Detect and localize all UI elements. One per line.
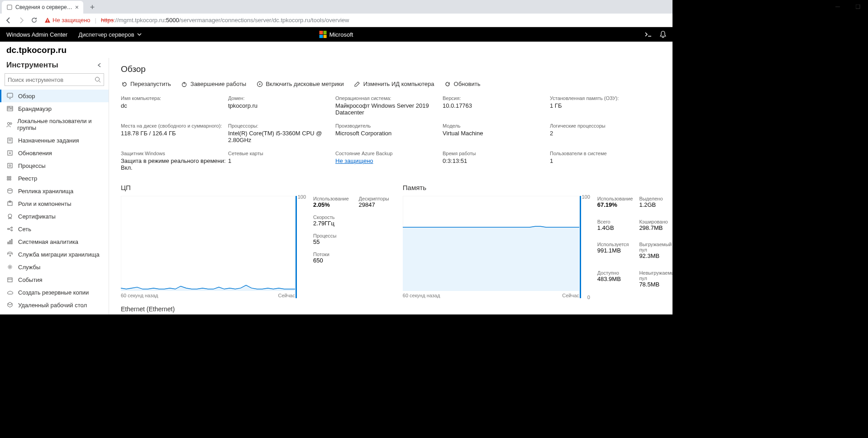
sidebar-item-firewall[interactable]: Брандмауэр [0,102,109,115]
disk-icon [256,81,263,87]
sidebar-item-backup[interactable]: Создать резервные копии [0,286,109,299]
sidebar-item-label: Системная аналитика [18,238,78,245]
property-item: Сетевые карты1 [228,151,334,171]
sidebar-item-users[interactable]: Локальные пользователи и группы [0,115,109,134]
collapse-icon[interactable] [97,62,102,68]
events-icon [6,276,14,283]
enable-disk-button[interactable]: Включить дисковые метрики [256,81,344,87]
property-item: Состояние Azure BackupНе защищено [335,151,442,171]
power-icon [181,81,188,87]
sidebar-item-tasks[interactable]: Назначенные задания [0,134,109,147]
page-title: Обзор [121,64,661,74]
url-text[interactable]: https://mgmt.tpkocorp.ru:5000/servermana… [101,17,349,24]
insights-icon [6,238,14,245]
refresh-button[interactable]: Обновить [444,81,481,87]
edit-id-button[interactable]: Изменить ИД компьютера [354,81,434,87]
nav-back-icon[interactable] [4,15,14,25]
security-warning[interactable]: Не защищено [44,17,91,24]
browser-tab[interactable]: Сведения о сервере - Обзор - … × [2,1,83,14]
sidebar-item-rdp[interactable]: Удаленный рабочий стол [0,299,109,311]
svg-rect-37 [11,239,12,244]
property-item: ПроизводительMicrosoft Corporation [335,123,442,143]
rdp-icon [6,301,14,309]
property-item: Защитник WindowsЗащита в режиме реальног… [121,151,227,171]
wac-top-bar: Windows Admin Center Диспетчер серверов … [0,27,672,42]
microsoft-logo: Microsoft [320,31,353,38]
sidebar-item-label: Создать резервные копии [18,289,89,296]
services-icon [6,263,14,271]
browser-tab-bar: Сведения о сервере - Обзор - … × + [0,0,672,14]
sidebar-item-events[interactable]: События [0,273,109,286]
nav-reload-icon[interactable] [29,15,39,25]
sidebar-item-overview[interactable]: Обзор [0,90,109,102]
sidebar-item-label: Реплика хранилища [18,188,73,195]
svg-point-39 [9,266,11,268]
shutdown-button[interactable]: Завершение работы [181,81,246,87]
refresh-icon [444,81,451,87]
svg-point-26 [8,189,12,190]
sidebar-item-updates[interactable]: Обновления [0,147,109,159]
svg-line-34 [9,229,11,230]
cpu-title: ЦП [121,184,389,191]
cpu-block: ЦП 100 60 секунд назад Сейчас [121,184,389,298]
property-item: Операционная система:Майкрософт Windows … [335,95,442,116]
sidebar-item-label: Служба миграции хранилища [18,251,100,258]
sidebar-item-label: Сеть [18,226,31,233]
sidebar-item-processes[interactable]: Процессы [0,159,109,172]
new-tab-button[interactable]: + [86,1,99,14]
svg-rect-9 [7,106,13,111]
cloud-shell-icon[interactable] [644,31,653,38]
nav-forward-icon[interactable] [16,15,26,25]
url-bar: Не защищено | https://mgmt.tpkocorp.ru:5… [0,14,672,27]
svg-point-32 [11,230,13,231]
sidebar-item-network[interactable]: Сеть [0,223,109,235]
content: Обзор Перезапустить Завершение работы Вк… [109,58,672,314]
security-label: Не защищено [52,17,91,24]
storage-replica-icon [6,187,14,195]
wac-breadcrumb[interactable]: Диспетчер серверов [78,31,142,38]
sidebar-item-services[interactable]: Службы [0,261,109,273]
sidebar-item-storage-replica[interactable]: Реплика хранилища [0,185,109,197]
sidebar-item-label: Роли и компоненты [18,200,72,207]
svg-rect-23 [7,179,9,180]
sidebar-item-migration[interactable]: Служба миграции хранилища [0,248,109,261]
sidebar-item-registry[interactable]: Реестр [0,172,109,185]
property-item: Процессоры:Intel(R) Core(TM) i5-3360M CP… [228,123,334,143]
svg-rect-0 [7,5,12,10]
sidebar-item-insights[interactable]: Системная аналитика [0,235,109,248]
migration-icon [6,251,14,258]
window-maximize-button[interactable] [848,0,868,13]
sidebar-item-label: События [18,276,43,283]
sidebar-item-label: Реестр [18,175,37,182]
svg-rect-7 [7,93,13,97]
sidebar-item-label: Службы [18,264,40,271]
sidebar-item-label: Процессы [18,162,46,169]
properties-grid: Имя компьютера:dcДомен:tpkocorp.ruОперац… [121,95,661,171]
memory-chart [403,196,579,291]
sidebar-heading: Инструменты [6,61,58,70]
search-input[interactable] [8,76,95,83]
edit-icon [354,81,361,87]
tab-close-icon[interactable]: × [75,4,79,10]
sidebar-item-certs[interactable]: Сертификаты [0,210,109,223]
svg-rect-3 [47,19,48,21]
tab-favicon-icon [6,4,13,10]
wac-brand[interactable]: Windows Admin Center [6,31,67,38]
restart-button[interactable]: Перезапустить [121,81,171,87]
svg-line-6 [99,81,101,83]
toolbar: Перезапустить Завершение работы Включить… [121,81,661,87]
svg-rect-24 [10,176,11,178]
sidebar-item-roles[interactable]: Роли и компоненты [0,197,109,210]
window-minimize-button[interactable] [827,0,848,13]
sidebar-item-label: Удаленный рабочий стол [18,302,87,309]
sidebar-item-label: Обзор [18,93,35,100]
svg-rect-46 [121,196,295,291]
notifications-icon[interactable] [660,31,666,38]
sidebar-search[interactable] [5,73,104,86]
sidebar-item-label: Назначенные задания [18,137,79,144]
ethernet-title: Ethernet (Ethernet) [121,305,384,313]
roles-icon [6,200,14,207]
registry-icon [6,175,14,182]
svg-point-21 [9,165,11,167]
svg-point-14 [8,123,10,125]
